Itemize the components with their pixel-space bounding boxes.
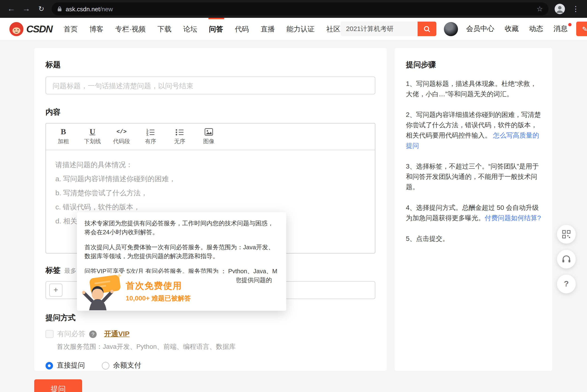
submit-question-button[interactable]: 提问 (34, 379, 82, 392)
plus-icon: + (53, 286, 58, 295)
answer-option-row: 有问必答 ? 开通VIP (45, 330, 375, 338)
user-nav: 会员中心 收藏 动态 消息 (466, 24, 568, 33)
popup-paragraph-2: 首次提问人员可免费体验一次有问必答服务。服务范围为：Java开发、数据库等领域，… (84, 243, 279, 260)
search-input[interactable] (340, 22, 417, 36)
tool-code-block[interactable]: </> 代码段 (107, 128, 136, 146)
steps-card: 提问步骤 1、写问题标题，描述具体现象。杜绝“求救，大佬，小白…”等和问题无关的… (395, 48, 552, 371)
add-tag-button[interactable]: + (49, 284, 62, 297)
site-search (340, 22, 436, 36)
user-link-favorites[interactable]: 收藏 (505, 24, 519, 33)
popup-paragraph-1: 技术专家团为您提供有问必答服务，工作时间内您的技术问题与困惑，将会在24小时内收… (84, 219, 279, 236)
step-1: 1、写问题标题，描述具体现象。杜绝“求救，大佬，小白…”等和问题无关的词汇。 (406, 78, 541, 99)
bold-icon: B (61, 128, 66, 136)
nav-item-community[interactable]: 社区 (326, 18, 340, 40)
tool-image[interactable]: 图像 (194, 128, 223, 146)
unordered-list-icon (175, 128, 184, 136)
nav-item-blog[interactable]: 博客 (89, 18, 103, 40)
paid-question-settlement-link[interactable]: 付费问题如何结算? (485, 214, 541, 222)
tool-bold-label: 加粗 (58, 138, 69, 146)
url-path: /new (100, 6, 113, 12)
headset-icon (562, 255, 571, 263)
help-question-icon[interactable]: ? (89, 330, 97, 338)
radio-direct-label: 直接提问 (57, 361, 85, 370)
user-link-messages[interactable]: 消息 (554, 24, 568, 33)
answer-checkbox[interactable] (45, 330, 53, 338)
answer-service-popup: 技术专家团为您提供有问必答服务，工作时间内您的技术问题与困惑，将会在24小时内收… (77, 212, 286, 311)
tool-bold[interactable]: B 加粗 (49, 128, 78, 146)
radio-direct-ask[interactable]: 直接提问 (45, 361, 85, 370)
nav-item-columns-video[interactable]: 专栏·视频 (115, 18, 146, 40)
browser-menu-icon[interactable]: ⋮ (571, 5, 581, 13)
nav-item-certification[interactable]: 能力认证 (286, 18, 315, 40)
nav-item-forum[interactable]: 论坛 (183, 18, 197, 40)
lock-icon (57, 6, 62, 12)
ask-form-card: 标题 内容 B 加粗 U 下划线 </> 代码段 (34, 48, 387, 371)
placeholder-line: a. 写问题内容详情描述你碰到的困难， (55, 172, 366, 186)
image-icon (205, 128, 213, 136)
creator-center-button[interactable]: ✎ 创作中心 (576, 22, 587, 36)
radio-balance-pay[interactable]: 余额支付 (102, 361, 141, 370)
url-host: ask.csdn.net (66, 6, 100, 12)
placeholder-line: c. 错误代码，软件的版本， (55, 200, 366, 214)
customer-service-button[interactable] (557, 250, 576, 268)
back-icon[interactable]: ← (6, 4, 16, 14)
radio-balance-label: 余额支付 (113, 361, 141, 370)
screen: ← → ↻ ask.csdn.net/new ☆ ⋮ CSDN (0, 0, 587, 392)
csdn-logo[interactable]: CSDN (9, 22, 52, 36)
nav-item-code[interactable]: 代码 (235, 18, 249, 40)
nav-item-live[interactable]: 直播 (261, 18, 275, 40)
svg-text:3.: 3. (146, 133, 149, 136)
user-link-moments[interactable]: 动态 (529, 24, 543, 33)
search-button[interactable] (417, 22, 436, 36)
user-avatar[interactable] (444, 22, 458, 36)
tool-underline-label: 下划线 (84, 138, 101, 146)
url-bar[interactable]: ask.csdn.net/new ☆ (52, 2, 549, 16)
csdn-logo-icon (9, 22, 23, 36)
site-header: CSDN 首页 博客 专栏·视频 下载 论坛 问答 代码 直播 能力认证 社区 … (0, 18, 587, 40)
radio-unselected-icon (102, 362, 109, 369)
user-link-member-center[interactable]: 会员中心 (466, 24, 494, 33)
user-link-messages-label: 消息 (554, 24, 568, 32)
tool-unordered-list[interactable]: 无序 (165, 128, 194, 146)
step-4: 4、选择提问方式。总酬金超过 50 会自动升级为加急问题获得更多曝光。付费问题如… (406, 202, 541, 223)
nav-item-download[interactable]: 下载 (157, 18, 171, 40)
main-nav: 首页 博客 专栏·视频 下载 论坛 问答 代码 直播 能力认证 社区 (63, 18, 340, 40)
code-icon: </> (116, 128, 126, 136)
first-service-scope: 首次服务范围：Java开发、Python、前端、编程语言、数据库 (57, 343, 375, 351)
notification-dot (568, 23, 571, 26)
reload-icon[interactable]: ↻ (36, 5, 46, 13)
tags-label: 标签 (45, 266, 60, 276)
nav-item-qa[interactable]: 问答 (209, 18, 223, 40)
nav-item-qa-label: 问答 (209, 25, 223, 33)
underline-icon: U (90, 128, 95, 136)
qr-code-button[interactable] (557, 225, 576, 244)
open-vip-link[interactable]: 开通VIP (104, 330, 129, 338)
step-3-text: 3、选择标签，不超过三个。“问答团队”是用于和问答开发团队沟通的，不能用于一般技… (406, 162, 539, 190)
help-button[interactable]: ? (557, 275, 576, 294)
pay-method-row: 直接提问 余额支付 (45, 361, 375, 370)
radio-selected-icon (45, 362, 53, 369)
url-text: ask.csdn.net/new (66, 6, 113, 12)
question-title-input[interactable] (45, 76, 375, 94)
free-trial-banner: 首次免费使用 10,000+ 难题已被解答 (82, 273, 236, 311)
browser-profile-icon[interactable] (554, 3, 566, 14)
page-body: 标题 内容 B 加粗 U 下划线 </> 代码段 (0, 40, 587, 392)
step-3: 3、选择标签，不超过三个。“问答团队”是用于和问答开发团队沟通的，不能用于一般技… (406, 161, 541, 192)
floating-buttons: ? (557, 225, 576, 294)
step-2: 2、写问题内容详细描述你碰到的困难，写清楚你尝试了什么方法，错误代码，软件的版本… (406, 110, 541, 151)
banner-title: 首次免费使用 (126, 281, 191, 290)
forward-icon[interactable]: → (21, 4, 31, 14)
bookmark-star-icon[interactable]: ☆ (537, 5, 543, 13)
pen-icon: ✎ (582, 25, 587, 33)
tool-underline[interactable]: U 下划线 (78, 128, 107, 146)
nav-item-home[interactable]: 首页 (63, 18, 78, 40)
answer-option-label: 有问必答 (57, 330, 85, 338)
question-mark-icon: ? (564, 279, 569, 289)
tool-ordered-list[interactable]: 1.2.3. 有序 (136, 128, 165, 146)
tool-unordered-label: 无序 (174, 138, 185, 146)
editor-toolbar: B 加粗 U 下划线 </> 代码段 1.2.3. (46, 124, 375, 150)
brand-text: CSDN (26, 23, 52, 34)
steps-title: 提问步骤 (406, 60, 541, 70)
step-5: 5、点击提交。 (406, 233, 541, 244)
tool-image-label: 图像 (203, 138, 214, 146)
